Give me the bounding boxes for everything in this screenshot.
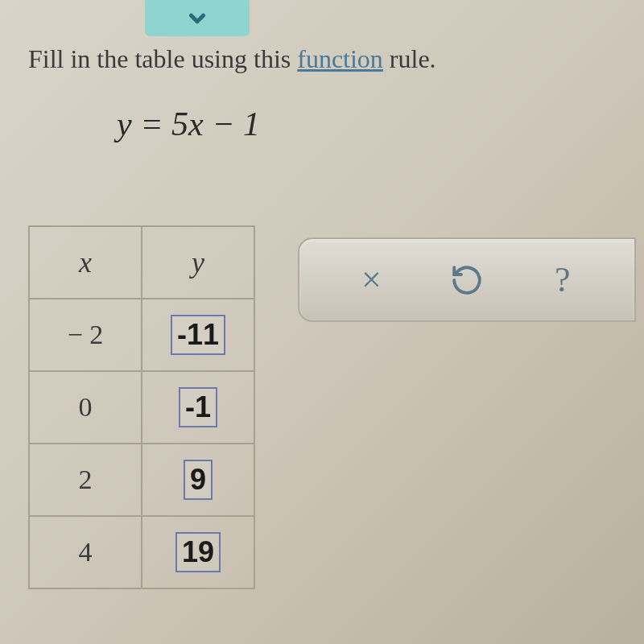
undo-icon: [450, 263, 484, 297]
table-row: 0 -1: [29, 371, 254, 444]
instruction-suffix: rule.: [383, 44, 436, 73]
function-table: x y − 2 -11 0 -1 2 9 4 19: [28, 225, 255, 589]
answer-input[interactable]: 9: [184, 460, 213, 500]
table-row: − 2 -11: [29, 299, 254, 371]
answer-input[interactable]: -1: [179, 387, 217, 427]
dropdown-toggle[interactable]: [145, 0, 250, 36]
answer-toolbar: × ?: [298, 237, 636, 322]
cell-x: 0: [29, 371, 142, 444]
instruction-prefix: Fill in the table using this: [28, 44, 297, 73]
cell-x: 2: [29, 444, 142, 516]
cancel-button[interactable]: ×: [347, 256, 395, 304]
table-row: 2 9: [29, 444, 254, 516]
answer-input[interactable]: 19: [175, 532, 221, 572]
help-button[interactable]: ?: [539, 256, 587, 304]
cell-y[interactable]: -1: [142, 371, 254, 444]
answer-input[interactable]: -11: [171, 315, 225, 355]
cell-x: − 2: [29, 299, 142, 371]
equation: y = 5x − 1: [117, 105, 260, 143]
cell-y[interactable]: 19: [142, 516, 254, 588]
header-x: x: [29, 226, 142, 299]
instruction-text: Fill in the table using this function ru…: [28, 44, 436, 74]
chevron-down-icon: [185, 6, 209, 31]
function-link[interactable]: function: [297, 44, 383, 73]
table-header-row: x y: [29, 226, 254, 299]
cell-y[interactable]: 9: [142, 444, 254, 516]
undo-button[interactable]: [443, 256, 491, 304]
header-y: y: [142, 226, 254, 299]
cell-x: 4: [29, 516, 142, 588]
table-row: 4 19: [29, 516, 254, 588]
cell-y[interactable]: -11: [142, 299, 254, 371]
